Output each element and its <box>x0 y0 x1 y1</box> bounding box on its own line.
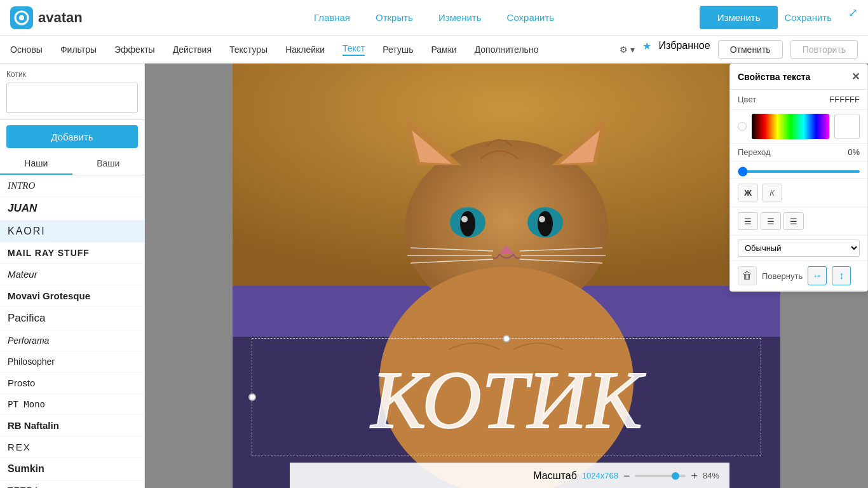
tool-dop[interactable]: Дополнительно <box>475 44 539 55</box>
tool-nakleyki[interactable]: Наклейки <box>285 44 325 55</box>
color-picker-row <box>730 110 867 144</box>
resize-handle-left[interactable] <box>248 393 256 401</box>
rotate-handle[interactable] <box>503 335 510 342</box>
save-button[interactable]: Сохранить <box>784 6 832 29</box>
kotik-text-svg: КОТИК КОТИК <box>252 345 761 447</box>
align-left-button[interactable]: ☰ <box>738 212 758 230</box>
transition-value: 0% <box>848 147 860 157</box>
scale-label: Масштаб <box>533 470 576 482</box>
rotate-label: Повернуть <box>762 271 803 281</box>
svg-point-16 <box>461 216 468 222</box>
left-sidebar: Котик Добавить Наши Ваши INTRO JUAN KAOR… <box>0 64 145 488</box>
align-center-button[interactable]: ☰ <box>761 212 781 230</box>
text-props-title: Свойства текста <box>738 72 810 82</box>
font-item-tetra[interactable]: TETRA <box>0 480 144 488</box>
align-right-button[interactable]: ☰ <box>783 212 804 230</box>
nav-actions: Изменить Сохранить ⤢ <box>700 6 858 29</box>
svg-point-17 <box>539 216 545 222</box>
flip-vertical-button[interactable]: ↕ <box>832 266 851 285</box>
font-item-rb[interactable]: RB Naftalin <box>0 415 144 437</box>
font-item-mail[interactable]: MAIL RAY STUFF <box>0 243 144 264</box>
flip-h-icon: ↔ <box>812 270 822 281</box>
tool-ramki[interactable]: Рамки <box>431 44 456 55</box>
svg-point-15 <box>538 211 553 236</box>
transition-row: Переход 0% <box>730 144 867 161</box>
font-search-area: Котик <box>0 64 144 120</box>
format-row: Ж К <box>730 179 867 207</box>
star-icon: ★ <box>642 40 651 59</box>
tool-deystviya[interactable]: Действия <box>173 44 212 55</box>
nav-edit-label: Изменить <box>438 12 482 23</box>
color-gradient-picker[interactable] <box>752 114 829 139</box>
align-left-icon: ☰ <box>744 217 752 226</box>
chevron-down-icon: ▾ <box>630 44 635 55</box>
tool-tekstury[interactable]: Текстуры <box>229 44 268 55</box>
font-item-mateur[interactable]: Mateur <box>0 264 144 285</box>
logo-text: avatan <box>38 10 83 26</box>
close-button[interactable]: ✕ <box>851 71 860 83</box>
style-dropdown[interactable]: Обычный <box>738 240 860 257</box>
zoom-slider[interactable] <box>635 475 686 477</box>
tool-effekty[interactable]: Эффекты <box>114 44 155 55</box>
font-item-kaori[interactable]: KAORI <box>0 220 144 243</box>
nav-links: Главная Открыть Изменить Сохранить <box>314 12 554 23</box>
text-props-header: Свойства текста ✕ <box>730 64 867 90</box>
cancel-button[interactable]: Отменить <box>718 40 783 59</box>
font-item-prosto[interactable]: Prosto <box>0 372 144 394</box>
text-selection-box[interactable]: КОТИК КОТИК <box>252 338 761 456</box>
color-indicator[interactable] <box>738 122 747 131</box>
color-label-row: Цвет FFFFFF <box>730 90 867 110</box>
gear-icon: ⚙ <box>620 44 628 55</box>
font-item-intro[interactable]: INTRO <box>0 175 144 197</box>
font-item-rex[interactable]: REX <box>0 437 144 458</box>
tab-yours[interactable]: Ваши <box>72 153 145 175</box>
edit-button[interactable]: Изменить <box>700 6 778 29</box>
text-properties-panel: Свойства текста ✕ Цвет FFFFFF Переход 0%… <box>729 64 868 292</box>
nav-home[interactable]: Главная <box>314 12 350 23</box>
color-white-preview[interactable] <box>834 114 860 139</box>
toolbar-right: ⚙ ▾ ★ Избранное Отменить Повторить <box>620 40 858 59</box>
search-input[interactable] <box>6 83 138 113</box>
italic-button[interactable]: К <box>762 184 782 201</box>
font-item-perforama[interactable]: Perforama <box>0 330 144 351</box>
transition-label: Переход <box>738 147 771 157</box>
font-item-pt[interactable]: PT Mono <box>0 394 144 415</box>
align-center-icon: ☰ <box>767 217 775 226</box>
add-button[interactable]: Добавить <box>6 125 138 148</box>
nav-edit[interactable]: Изменить <box>438 12 482 23</box>
nav-save[interactable]: Сохранить <box>507 12 555 23</box>
bold-button[interactable]: Ж <box>738 184 758 201</box>
canvas-image: КОТИК КОТИК <box>233 64 780 488</box>
nav-open[interactable]: Открыть <box>376 12 413 23</box>
favorites-label[interactable]: Избранное <box>659 40 710 59</box>
zoom-out-button[interactable]: − <box>623 470 630 482</box>
repeat-button[interactable]: Повторить <box>790 40 858 59</box>
font-item-sumkin[interactable]: Sumkin <box>0 458 144 480</box>
font-item-pacifica[interactable]: Pacifica <box>0 307 144 330</box>
tool-osnovy[interactable]: Основы <box>10 44 43 55</box>
flip-horizontal-button[interactable]: ↔ <box>808 266 827 285</box>
delete-button[interactable]: 🗑 <box>738 266 757 285</box>
tool-tekst[interactable]: Текст <box>342 43 365 56</box>
svg-point-14 <box>460 211 475 236</box>
font-item-juan[interactable]: JUAN <box>0 197 144 220</box>
tool-bar: Основы Фильтры Эффекты Действия Текстуры… <box>0 36 868 64</box>
flip-v-icon: ↕ <box>839 270 844 281</box>
style-dropdown-row: Обычный <box>730 236 867 261</box>
logo-icon <box>10 6 33 29</box>
tool-filtry[interactable]: Фильтры <box>60 44 97 55</box>
font-item-philosopher[interactable]: Philosopher <box>0 351 144 372</box>
transition-slider[interactable] <box>738 170 860 173</box>
align-row: ☰ ☰ ☰ <box>730 207 867 236</box>
zoom-percent: 84% <box>703 471 719 480</box>
font-item-movavi[interactable]: Movavi Grotesque <box>0 285 144 307</box>
settings-button[interactable]: ⚙ ▾ <box>620 40 635 59</box>
tool-retush[interactable]: Ретушь <box>383 44 413 55</box>
canvas-bottom-bar: Масштаб 1024x768 − + 84% <box>290 463 729 488</box>
zoom-in-button[interactable]: + <box>691 470 698 482</box>
trash-icon: 🗑 <box>742 270 752 281</box>
align-right-icon: ☰ <box>790 217 797 226</box>
tab-ours[interactable]: Наши <box>0 153 72 175</box>
fullscreen-button[interactable]: ⤢ <box>848 6 858 29</box>
scale-dimensions: 1024x768 <box>582 471 618 480</box>
